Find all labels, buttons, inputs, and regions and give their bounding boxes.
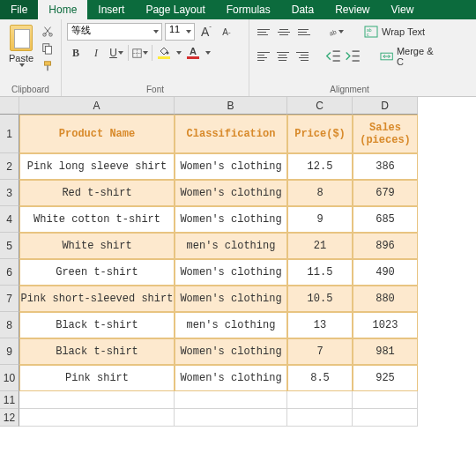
cell[interactable]: Sales (pieces) <box>353 115 418 153</box>
cell[interactable] <box>175 391 287 409</box>
cell[interactable]: Classification <box>175 115 287 153</box>
row-header[interactable]: 5 <box>0 233 19 259</box>
col-header-c[interactable]: C <box>287 97 353 115</box>
row-header[interactable]: 6 <box>0 259 19 286</box>
cell[interactable] <box>287 391 353 409</box>
underline-button[interactable]: U <box>108 44 125 62</box>
font-size-select[interactable]: 11 <box>165 23 195 41</box>
cell[interactable]: Product Name <box>19 115 175 153</box>
chevron-down-icon[interactable] <box>176 51 182 55</box>
tab-data[interactable]: Data <box>281 0 324 19</box>
cell[interactable]: Green t-shirt <box>19 259 175 286</box>
cell[interactable]: Red t-shirt <box>19 180 175 206</box>
row-header[interactable]: 9 <box>0 338 19 365</box>
borders-button[interactable] <box>131 44 149 62</box>
align-bottom-button[interactable] <box>295 23 313 41</box>
cell[interactable]: 490 <box>353 259 418 286</box>
decrease-font-button[interactable]: Aˇ <box>218 23 235 41</box>
copy-button[interactable] <box>40 41 56 56</box>
fill-color-button[interactable] <box>155 44 173 62</box>
cell[interactable]: Pink shirt <box>19 365 175 391</box>
cell[interactable]: 13 <box>287 312 353 338</box>
cell[interactable]: 981 <box>353 338 418 365</box>
font-color-button[interactable]: A <box>184 44 202 62</box>
cell[interactable]: Women's clothing <box>175 206 287 233</box>
cell[interactable]: 880 <box>353 286 418 312</box>
align-right-button[interactable] <box>294 48 310 65</box>
cell[interactable]: 10.5 <box>287 286 353 312</box>
cell[interactable] <box>19 409 175 427</box>
tab-home[interactable]: Home <box>38 0 87 19</box>
tab-review[interactable]: Review <box>324 0 380 19</box>
cell[interactable]: Pink short-sleeved shirt <box>19 286 175 312</box>
cell[interactable]: Pink long sleeve shirt <box>19 153 175 180</box>
wrap-text-button[interactable]: abcWrap Text <box>361 23 428 41</box>
align-center-button[interactable] <box>274 48 291 65</box>
cell[interactable]: men's clothing <box>175 312 287 338</box>
font-name-select[interactable]: 等线 <box>67 23 162 41</box>
cell[interactable]: 21 <box>287 233 353 259</box>
cell[interactable]: 9 <box>287 206 353 233</box>
tab-page-layout[interactable]: Page Layout <box>135 0 215 19</box>
row-header[interactable]: 4 <box>0 206 19 233</box>
cell[interactable]: Black t-shirt <box>19 312 175 338</box>
col-header-b[interactable]: B <box>175 97 287 115</box>
tab-formulas[interactable]: Formulas <box>216 0 281 19</box>
row-header[interactable]: 11 <box>0 391 19 409</box>
cell[interactable]: 1023 <box>353 312 418 338</box>
row-header[interactable]: 1 <box>0 115 19 153</box>
tab-view[interactable]: View <box>381 0 425 19</box>
cell[interactable]: 679 <box>353 180 418 206</box>
align-left-button[interactable] <box>255 48 271 65</box>
cell[interactable]: 8.5 <box>287 365 353 391</box>
cell[interactable]: Women's clothing <box>175 365 287 391</box>
cell[interactable] <box>175 409 287 427</box>
row-header[interactable]: 10 <box>0 365 19 391</box>
row-header[interactable]: 8 <box>0 312 19 338</box>
row-header[interactable]: 3 <box>0 180 19 206</box>
increase-font-button[interactable]: Aˆ <box>197 23 215 41</box>
merge-center-button[interactable]: Merge & C <box>376 44 444 69</box>
cell[interactable]: 896 <box>353 233 418 259</box>
cell[interactable]: 12.5 <box>287 153 353 180</box>
decrease-indent-button[interactable] <box>324 48 341 65</box>
italic-button[interactable]: I <box>87 44 105 62</box>
increase-indent-button[interactable] <box>344 48 361 65</box>
cell[interactable]: White cotton t-shirt <box>19 206 175 233</box>
cell[interactable]: 386 <box>353 153 418 180</box>
paste-button[interactable]: Paste <box>5 23 37 69</box>
tab-file[interactable]: File <box>0 0 38 19</box>
cell[interactable] <box>353 391 418 409</box>
align-top-button[interactable] <box>255 23 272 41</box>
cell[interactable]: men's clothing <box>175 233 287 259</box>
orientation-button[interactable]: ab <box>327 23 345 41</box>
cell[interactable]: Women's clothing <box>175 286 287 312</box>
cell[interactable]: 685 <box>353 206 418 233</box>
cell[interactable]: 925 <box>353 365 418 391</box>
cell[interactable]: White shirt <box>19 233 175 259</box>
col-header-a[interactable]: A <box>19 97 175 115</box>
cell[interactable] <box>353 409 418 427</box>
cell[interactable]: Black t-shirt <box>19 338 175 365</box>
cell[interactable] <box>19 391 175 409</box>
tab-insert[interactable]: Insert <box>87 0 135 19</box>
col-header-d[interactable]: D <box>353 97 418 115</box>
cell[interactable]: 7 <box>287 338 353 365</box>
cut-button[interactable] <box>40 23 56 39</box>
chevron-down-icon[interactable] <box>205 51 211 55</box>
bold-button[interactable]: B <box>67 44 85 62</box>
cell[interactable]: Price($) <box>287 115 353 153</box>
cell[interactable]: 11.5 <box>287 259 353 286</box>
cell[interactable]: 8 <box>287 180 353 206</box>
cell[interactable]: Women's clothing <box>175 180 287 206</box>
cell[interactable] <box>287 409 353 427</box>
cell[interactable]: Women's clothing <box>175 338 287 365</box>
select-all-corner[interactable] <box>0 97 19 115</box>
align-middle-button[interactable] <box>275 23 293 41</box>
row-header[interactable]: 2 <box>0 153 19 180</box>
cell[interactable]: Women's clothing <box>175 153 287 180</box>
row-header[interactable]: 12 <box>0 409 19 427</box>
row-header[interactable]: 7 <box>0 286 19 312</box>
cell[interactable]: Women's clothing <box>175 259 287 286</box>
format-painter-button[interactable] <box>40 58 56 74</box>
